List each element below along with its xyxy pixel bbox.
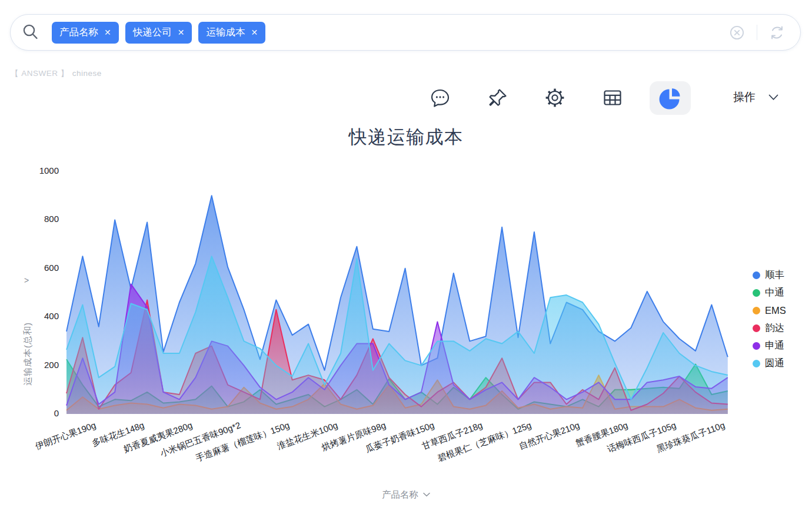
- legend-dot: [753, 360, 760, 367]
- settings-icon[interactable]: [544, 87, 565, 108]
- chip-label: 运输成本: [206, 26, 245, 39]
- y-axis-title: 运输成本(总和): [22, 322, 34, 386]
- legend-item-EMS[interactable]: EMS: [753, 301, 786, 319]
- answer-tag: 【 ANSWER 】: [11, 69, 69, 78]
- area-chart[interactable]: [62, 170, 733, 415]
- chip-close-icon[interactable]: ✕: [178, 28, 185, 37]
- pin-icon[interactable]: [487, 87, 508, 108]
- pie-chart-icon: [658, 87, 682, 110]
- legend-dot: [753, 307, 760, 314]
- legend-label: 韵达: [765, 322, 784, 334]
- x-label-0: 伊朗开心果190g: [34, 420, 97, 452]
- y-tick-0: 0: [54, 408, 59, 418]
- clear-search-icon[interactable]: [729, 25, 745, 41]
- y-tick-1000: 1000: [39, 165, 59, 175]
- answer-status-line: 【 ANSWER 】chinese: [11, 68, 102, 79]
- filter-chip-1[interactable]: 快递公司✕: [125, 22, 192, 44]
- chip-label: 产品名称: [59, 26, 98, 39]
- search-bar[interactable]: 产品名称✕快递公司✕运输成本✕: [10, 14, 801, 51]
- legend-label: 申通: [765, 339, 784, 352]
- legend-dot: [753, 271, 760, 279]
- legend-dot: [753, 342, 760, 350]
- answer-lang: chinese: [72, 69, 102, 78]
- legend-dot: [753, 289, 760, 297]
- legend-item-中通[interactable]: 中通: [753, 284, 786, 301]
- chip-label: 快递公司: [133, 26, 172, 39]
- y-axis-collapse-icon[interactable]: >: [24, 276, 29, 285]
- y-tick-600: 600: [44, 263, 59, 273]
- legend-item-申通[interactable]: 申通: [753, 337, 786, 354]
- chart-legend: 顺丰中通EMS韵达申通圆通: [753, 266, 786, 372]
- table-icon[interactable]: [602, 87, 623, 108]
- chevron-down-icon[interactable]: [423, 489, 430, 499]
- x-axis-title-label: 产品名称: [382, 489, 418, 499]
- filter-chips: 产品名称✕快递公司✕运输成本✕: [52, 22, 265, 44]
- chart-title: 快递运输成本: [0, 125, 812, 150]
- filter-chip-2[interactable]: 运输成本✕: [198, 22, 265, 44]
- legend-label: EMS: [765, 305, 786, 316]
- y-tick-400: 400: [44, 311, 59, 321]
- legend-label: 顺丰: [765, 269, 784, 281]
- chip-close-icon[interactable]: ✕: [104, 28, 111, 37]
- chip-close-icon[interactable]: ✕: [251, 28, 258, 37]
- legend-item-顺丰[interactable]: 顺丰: [753, 266, 786, 284]
- pie-chart-icon-active[interactable]: [650, 81, 691, 115]
- legend-item-圆通[interactable]: 圆通: [753, 354, 786, 372]
- legend-item-韵达[interactable]: 韵达: [753, 319, 786, 337]
- divider: [757, 25, 757, 40]
- y-tick-800: 800: [44, 214, 59, 224]
- chevron-down-icon: [768, 94, 778, 101]
- search-bar-controls: [729, 25, 800, 41]
- y-tick-200: 200: [44, 360, 59, 370]
- search-icon: [21, 23, 40, 42]
- actions-label: 操作: [733, 90, 756, 105]
- filter-chip-0[interactable]: 产品名称✕: [52, 22, 119, 44]
- legend-label: 中通: [765, 286, 784, 299]
- legend-dot: [753, 324, 760, 332]
- x-axis-title: 产品名称: [0, 489, 812, 501]
- comment-icon[interactable]: [430, 87, 451, 108]
- actions-dropdown[interactable]: 操作: [733, 90, 778, 105]
- refresh-icon[interactable]: [769, 25, 785, 41]
- legend-label: 圆通: [765, 357, 784, 370]
